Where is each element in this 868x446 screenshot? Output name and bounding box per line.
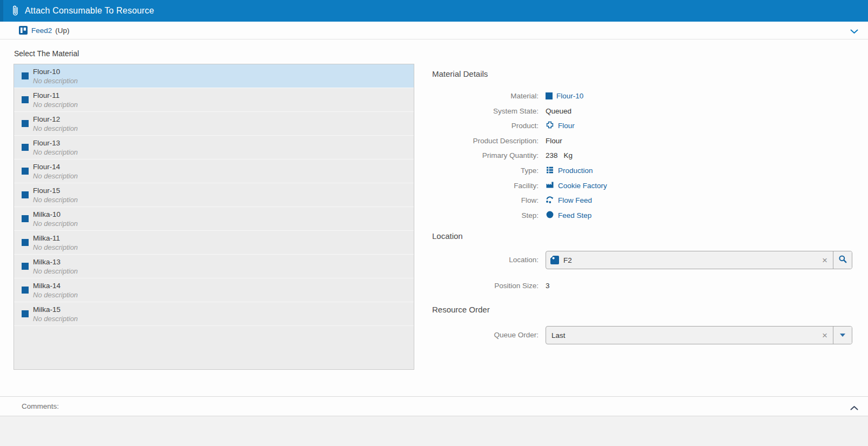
queue-order-value: Last [551,331,566,340]
location-value: F2 [563,256,572,264]
dialog-footer: Cancel Attach [0,416,868,446]
detail-value-link[interactable]: Flow Feed [546,195,592,205]
detail-row: Facility: Cookie Factory [432,180,859,191]
material-description: No description [33,315,78,323]
detail-row: Material: Flour-10 [432,90,859,101]
material-details-heading: Material Details [432,69,488,78]
select-material-heading: Select The Material [14,49,79,58]
position-size-label: Position Size: [432,282,539,290]
location-heading: Location [432,231,463,241]
material-name: Flour-13 [33,139,60,147]
material-description: No description [33,267,78,275]
material-name: Milka-10 [33,210,60,218]
detail-value-text: Feed Step [558,211,591,219]
location-search-button[interactable] [833,251,852,269]
search-icon [838,255,847,266]
material-icon [22,72,29,79]
detail-row: Flow: Flow Feed [432,195,859,205]
list-item[interactable]: Flour-12 No description [14,112,414,136]
detail-value: Queued [546,107,571,115]
detail-value: Flour [546,137,562,145]
material-name: Flour-14 [33,163,60,171]
list-item[interactable]: Milka-15 No description [14,302,414,326]
list-item[interactable]: Milka-11 No description [14,231,414,255]
material-name: Flour-10 [33,68,60,76]
material-icon [22,96,29,103]
detail-value-link[interactable]: Flour [546,121,575,131]
detail-label: Product: [432,122,539,130]
detail-value-text: Flow Feed [558,196,592,204]
resource-name[interactable]: Feed2 [31,26,52,35]
material-description: No description [33,77,78,85]
chevron-up-icon[interactable] [850,403,858,412]
paperclip-icon [11,4,19,17]
material-icon [546,92,553,99]
detail-row: System State: Queued [432,105,859,116]
dialog-titlebar: Attach Consumable To Resource [0,0,868,22]
location-input[interactable]: F2 × [546,251,833,269]
material-description: No description [33,148,78,156]
list-item[interactable]: Flour-11 No description [14,88,414,112]
detail-value-link[interactable]: Feed Step [546,210,591,221]
flow-icon [546,195,554,205]
quantity-unit: Kg [564,151,573,159]
material-name: Milka-14 [33,282,60,290]
detail-label: Type: [432,167,539,175]
material-name: Milka-15 [33,305,60,314]
clear-icon[interactable]: × [822,256,827,265]
material-icon [22,287,29,294]
list-item[interactable]: Milka-14 No description [14,278,414,302]
step-icon [546,210,554,221]
material-name: Flour-12 [33,115,60,123]
detail-row: Step: Feed Step [432,210,859,221]
product-icon [546,121,554,131]
material-name: Flour-15 [33,187,60,195]
material-description: No description [33,291,78,299]
material-name: Milka-11 [33,234,60,242]
list-item[interactable]: Flour-10 No description [14,64,414,88]
detail-label: Flow: [432,196,539,204]
detail-value-text: Flour-10 [556,92,583,100]
type-icon [546,165,554,176]
location-resource-icon [550,256,559,264]
material-icon [22,120,29,127]
list-item[interactable]: Flour-13 No description [14,136,414,159]
location-lookup: F2 × [546,251,852,269]
queue-order-dropdown: Last × [546,326,852,344]
detail-label: Step: [432,211,539,219]
queue-order-label: Queue Order: [432,331,539,339]
list-item[interactable]: Milka-10 No description [14,207,414,231]
facility-icon [546,181,554,191]
queue-order-input[interactable]: Last × [546,327,833,344]
list-item[interactable]: Milka-13 No description [14,255,414,278]
material-description: No description [33,196,78,204]
chevron-down-icon[interactable] [850,26,858,36]
material-name: Milka-13 [33,258,60,266]
dropdown-arrow-icon [840,334,845,337]
material-description: No description [33,219,78,228]
list-item[interactable]: Flour-14 No description [14,159,414,183]
comments-bar[interactable]: Comments: [0,396,868,416]
detail-value-link[interactable]: Production [546,165,593,176]
detail-row: Product: Flour [432,120,859,131]
clear-icon[interactable]: × [822,331,827,340]
material-icon [22,263,29,270]
detail-row: Primary Quantity: 238 Kg [432,150,859,161]
quantity-value: 238 [546,151,558,159]
queue-order-dropdown-button[interactable] [833,327,852,344]
material-name: Flour-11 [33,91,59,99]
detail-value-link[interactable]: Flour-10 [546,92,583,100]
detail-value-link[interactable]: Cookie Factory [546,181,607,191]
material-description: No description [33,124,78,132]
detail-value-text: Production [558,167,593,175]
material-icon [22,168,29,175]
material-icon [22,144,29,151]
material-description: No description [33,172,78,180]
material-icon [22,215,29,222]
list-item[interactable]: Flour-15 No description [14,183,414,207]
material-icon [22,191,29,198]
detail-value-text: Cookie Factory [558,182,607,190]
detail-label: Material: [432,92,539,100]
detail-value-text: Flour [558,122,575,130]
material-icon [22,239,29,246]
